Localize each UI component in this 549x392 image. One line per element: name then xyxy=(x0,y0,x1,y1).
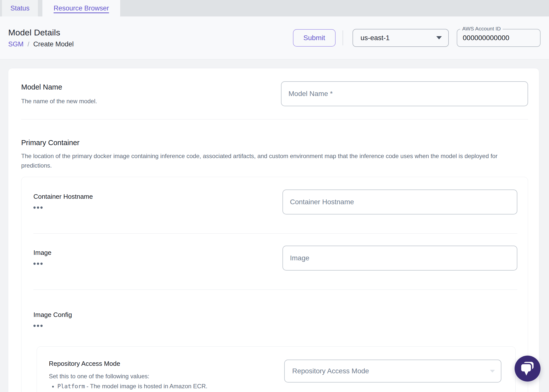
option-platform: Platform- The model image is hosted in A… xyxy=(57,382,253,391)
image-row: Image xyxy=(33,246,517,271)
ellipsis-icon xyxy=(33,263,36,265)
tab-resource-browser-label: Resource Browser xyxy=(54,4,109,12)
breadcrumb-current: Create Model xyxy=(33,40,74,48)
header-divider xyxy=(343,30,343,45)
aws-account-id-label: AWS Account ID xyxy=(460,26,503,32)
breadcrumb-root-link[interactable]: SGM xyxy=(8,40,24,48)
row-divider xyxy=(33,290,517,290)
model-name-input[interactable] xyxy=(281,81,528,106)
submit-button[interactable]: Submit xyxy=(293,29,336,47)
container-hostname-row: Container Hostname xyxy=(33,190,517,214)
primary-container-section: Primary Container The location of the pr… xyxy=(21,138,528,392)
app-window: Status Resource Browser Model Details SG… xyxy=(0,0,549,392)
content-area: Model Name The name of the new model. Pr… xyxy=(0,59,549,392)
ellipsis-icon xyxy=(37,206,39,209)
header-actions: Submit us-east-1 AWS Account ID xyxy=(293,29,541,47)
ellipsis-icon xyxy=(33,325,36,327)
container-hostname-input[interactable] xyxy=(282,190,517,214)
ellipsis-icon xyxy=(40,325,43,327)
expand-ellipsis-button[interactable] xyxy=(33,325,43,327)
aws-account-id-input[interactable] xyxy=(457,29,540,46)
expand-ellipsis-button[interactable] xyxy=(33,263,43,265)
header-left: Model Details SGM / Create Model xyxy=(8,28,74,48)
chevron-down-icon xyxy=(436,36,442,39)
page-title: Model Details xyxy=(8,28,74,37)
ellipsis-icon xyxy=(37,325,39,327)
repository-access-mode-placeholder: Repository Access Mode xyxy=(292,367,369,375)
tab-bar: Status Resource Browser xyxy=(0,0,549,16)
image-config-section: Image Config xyxy=(33,308,517,327)
tab-status[interactable]: Status xyxy=(2,0,38,16)
container-hostname-label: Container Hostname xyxy=(33,190,93,200)
repository-access-mode-info: Repository Access Mode Set this to one o… xyxy=(49,360,253,392)
expand-ellipsis-button[interactable] xyxy=(33,206,43,209)
primary-container-label: Primary Container xyxy=(21,138,528,147)
tab-status-label: Status xyxy=(10,4,30,12)
image-input[interactable] xyxy=(282,246,517,271)
container-hostname-info: Container Hostname xyxy=(33,190,93,209)
breadcrumb: SGM / Create Model xyxy=(8,40,74,48)
repository-access-mode-options: Platform- The model image is hosted in A… xyxy=(49,382,253,392)
option-platform-text: - The model image is hosted in Amazon EC… xyxy=(87,383,207,390)
image-config-label: Image Config xyxy=(33,308,517,319)
ellipsis-icon xyxy=(33,206,36,209)
repository-access-mode-select[interactable]: Repository Access Mode xyxy=(284,360,501,383)
repository-access-mode-description: Set this to one of the following values: xyxy=(49,373,253,380)
image-info: Image xyxy=(33,246,51,265)
breadcrumb-separator: / xyxy=(28,41,29,48)
ellipsis-icon xyxy=(40,206,43,209)
repository-access-mode-label: Repository Access Mode xyxy=(49,360,253,368)
option-platform-code: Platform xyxy=(57,383,85,390)
primary-container-card: Container Hostname Image xyxy=(21,177,528,392)
chat-widget-button[interactable] xyxy=(515,356,541,382)
primary-container-description: The location of the primary docker image… xyxy=(21,151,527,170)
ellipsis-icon xyxy=(40,263,43,265)
row-divider xyxy=(21,119,528,119)
model-name-row: Model Name The name of the new model. xyxy=(21,81,528,106)
chevron-down-icon xyxy=(490,370,495,373)
region-select[interactable]: us-east-1 xyxy=(353,29,449,47)
chat-bubbles-icon xyxy=(520,361,535,376)
image-label: Image xyxy=(33,246,51,257)
ellipsis-icon xyxy=(37,263,39,265)
aws-account-id-field: AWS Account ID xyxy=(457,29,541,47)
model-name-label: Model Name xyxy=(21,83,97,91)
page-header: Model Details SGM / Create Model Submit … xyxy=(0,16,549,59)
model-name-description: The name of the new model. xyxy=(21,98,97,105)
region-select-value: us-east-1 xyxy=(361,34,390,42)
tab-resource-browser[interactable]: Resource Browser xyxy=(42,0,120,16)
model-name-info: Model Name The name of the new model. xyxy=(21,81,97,105)
repository-access-mode-card: Repository Access Mode Set this to one o… xyxy=(37,346,516,392)
row-divider xyxy=(33,233,517,234)
model-details-card: Model Name The name of the new model. Pr… xyxy=(8,68,539,392)
